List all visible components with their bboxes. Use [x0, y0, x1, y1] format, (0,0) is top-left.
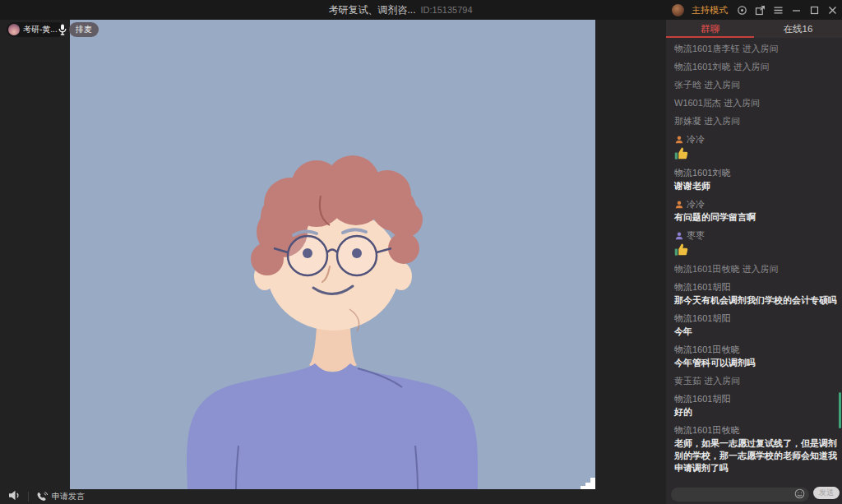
message-user: 枣枣 [674, 229, 839, 242]
minimize-icon[interactable] [791, 5, 802, 16]
streamer-avatar [8, 24, 20, 35]
tab-group-chat[interactable]: 群聊 [666, 20, 754, 38]
user-badge-icon [674, 135, 684, 145]
resize-handle-icon[interactable] [581, 478, 595, 489]
thumbs-up-icon [674, 146, 689, 161]
message-username: 物流1601胡阳 [674, 393, 730, 405]
join-text: 张子晗 进入房间 [674, 80, 740, 90]
chat-join-message: 张子晗 进入房间 [674, 79, 839, 91]
message-user: 物流1601胡阳 [674, 312, 839, 325]
title-bar-controls: 主持模式 [672, 0, 838, 20]
user-badge-icon [674, 200, 684, 210]
close-icon[interactable] [827, 5, 838, 16]
volume-icon[interactable] [8, 489, 21, 504]
chat-input[interactable] [671, 488, 809, 502]
mic-queue-button[interactable]: 排麦 [69, 22, 99, 37]
message-content: 有问题的同学留言啊 [674, 211, 839, 224]
send-button[interactable]: 发送 [813, 487, 840, 499]
chat-join-message: 物流1601田牧晓 进入房间 [674, 263, 839, 275]
tab-group-chat-label: 群聊 [701, 23, 719, 35]
message-content: 谢谢老师 [674, 180, 839, 192]
message-username: 物流1601胡阳 [674, 312, 730, 325]
message-user: 冷冷 [674, 198, 839, 210]
popout-icon[interactable] [755, 5, 766, 16]
message-username: 物流1601胡阳 [674, 281, 730, 294]
request-speak-button[interactable]: 申请发言 [36, 491, 85, 502]
message-username: 枣枣 [687, 229, 705, 242]
request-speak-label: 申请发言 [52, 491, 85, 502]
chat-input-wrap [671, 486, 809, 500]
message-user: 冷冷 [674, 133, 839, 146]
join-text: 那姝凝 进入房间 [674, 116, 740, 126]
chat-join-message: 那姝凝 进入房间 [674, 115, 839, 127]
request-speak-icon [36, 492, 48, 502]
tab-online-members-label: 在线16 [784, 23, 813, 35]
chat-message: 物流1601田牧晓老师，如果一志愿过复试线了，但是调剂别的学校，那一志愿学校的老… [674, 424, 839, 474]
microphone-icon [58, 24, 67, 35]
mic-queue-group: 排麦 [58, 22, 99, 37]
message-username: 冷冷 [687, 198, 705, 210]
presenter-illustration [70, 20, 595, 489]
chat-join-message: W1601屈杰 进入房间 [674, 97, 839, 109]
thumbs-up-icon [674, 243, 689, 257]
message-username: 冷冷 [687, 133, 705, 146]
chat-panel: 群聊 在线16 物流1601唐李钰 进入房间物流1601刘晓 进入房间张子晗 进… [666, 20, 842, 504]
chat-input-bar: 发送 [666, 485, 842, 504]
join-text: 物流1601刘晓 进入房间 [674, 62, 770, 72]
emoji-icon[interactable] [794, 488, 805, 498]
title-bar: 考研复试、调剂咨... ID:15135794 主持模式 [0, 0, 842, 20]
record-icon[interactable] [737, 5, 747, 16]
maximize-icon[interactable] [809, 5, 820, 16]
join-text: 物流1601田牧晓 进入房间 [674, 264, 779, 274]
chat-scrollbar-thumb[interactable] [839, 392, 841, 428]
chat-message: 冷冷有问题的同学留言啊 [674, 198, 839, 224]
video-stage [70, 20, 595, 489]
message-content [674, 146, 839, 161]
chat-message: 物流1601胡阳好的 [674, 393, 839, 418]
room-id: ID:15135794 [421, 5, 473, 15]
join-text: 黄玉茹 进入房间 [674, 376, 740, 386]
message-content: 好的 [674, 406, 839, 418]
chat-message: 物流1601胡阳今年 [674, 312, 839, 338]
user-badge-icon [674, 231, 684, 241]
message-user: 物流1601田牧晓 [674, 344, 839, 356]
streamer-name-pill[interactable]: 考研-黄... [7, 22, 65, 37]
host-avatar [672, 4, 684, 16]
message-user: 物流1601刘晓 [674, 167, 839, 179]
chat-join-message: 物流1601唐李钰 进入房间 [674, 43, 839, 55]
chat-tabs: 群聊 在线16 [666, 20, 842, 38]
chat-join-message: 黄玉茹 进入房间 [674, 375, 839, 387]
toolbar-divider [28, 492, 29, 502]
message-user: 物流1601胡阳 [674, 281, 839, 294]
join-text: 物流1601唐李钰 进入房间 [674, 44, 779, 53]
chat-message: 枣枣 [674, 229, 839, 257]
message-user: 物流1601胡阳 [674, 393, 839, 405]
message-username: 物流1601刘晓 [674, 167, 730, 179]
chat-message: 冷冷 [674, 133, 839, 161]
message-user: 物流1601田牧晓 [674, 424, 839, 437]
message-username: 物流1601田牧晓 [674, 424, 739, 437]
chat-join-message: 物流1601刘晓 进入房间 [674, 61, 839, 73]
app-window: 考研复试、调剂咨... ID:15135794 主持模式 [0, 0, 842, 504]
message-content [674, 243, 839, 257]
host-mode-label: 主持模式 [692, 4, 728, 16]
streamer-name: 考研-黄... [23, 24, 58, 35]
message-content: 今年 [674, 326, 839, 338]
title-group: 考研复试、调剂咨... ID:15135794 [328, 0, 472, 20]
chat-message: 物流1601刘晓谢谢老师 [674, 167, 839, 192]
chat-message: 物流1601田牧晓今年管科可以调剂吗 [674, 344, 839, 369]
bottom-toolbar: 申请发言 [0, 489, 666, 504]
window-title: 考研复试、调剂咨... [328, 3, 415, 17]
chat-message-list[interactable]: 物流1601唐李钰 进入房间物流1601刘晓 进入房间张子晗 进入房间W1601… [666, 38, 842, 485]
tab-online-members[interactable]: 在线16 [754, 20, 842, 38]
join-text: W1601屈杰 进入房间 [674, 98, 760, 108]
chat-message: 物流1601胡阳那今天有机会调剂我们学校的会计专硕吗 [674, 281, 839, 307]
message-content: 那今天有机会调剂我们学校的会计专硕吗 [674, 294, 839, 307]
message-username: 物流1601田牧晓 [674, 344, 739, 356]
menu-icon[interactable] [773, 5, 784, 16]
message-content: 今年管科可以调剂吗 [674, 357, 839, 369]
message-content: 老师，如果一志愿过复试线了，但是调剂别的学校，那一志愿学校的老师会知道我申请调剂… [674, 437, 839, 474]
